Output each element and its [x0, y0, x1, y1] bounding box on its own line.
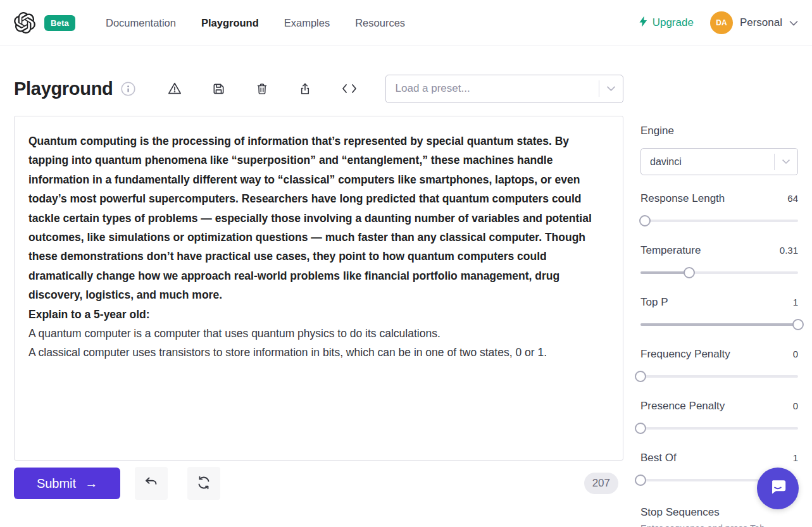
nav-examples[interactable]: Examples: [284, 17, 330, 29]
submit-button[interactable]: Submit →: [14, 468, 120, 499]
openai-logo-icon[interactable]: [14, 12, 35, 34]
arrow-right-icon: →: [85, 476, 97, 491]
prompt-editor[interactable]: Quantum computing is the processing of i…: [14, 116, 623, 461]
playground-toolbar: Playground: [14, 71, 623, 106]
chat-widget-button[interactable]: [757, 468, 799, 509]
share-icon[interactable]: [297, 80, 313, 97]
chevron-down-icon: [789, 17, 798, 28]
preset-select[interactable]: Load a preset...: [385, 75, 623, 103]
account-menu[interactable]: DA Personal: [710, 11, 798, 34]
nav-documentation[interactable]: Documentation: [106, 17, 176, 29]
slider-handle[interactable]: [684, 267, 695, 278]
nav-playground[interactable]: Playground: [201, 17, 259, 29]
beta-badge: Beta: [44, 15, 75, 31]
prompt-text: Quantum computing is the processing of i…: [28, 135, 595, 321]
token-count-badge: 207: [584, 473, 618, 494]
regenerate-button[interactable]: [187, 467, 220, 500]
undo-icon: [144, 476, 159, 492]
code-icon[interactable]: [340, 81, 359, 96]
top-navbar: Beta Documentation Playground Examples R…: [0, 0, 812, 46]
main-nav: Documentation Playground Examples Resour…: [106, 17, 405, 29]
slider-handle[interactable]: [639, 215, 651, 226]
param-top-p: Top P 1: [640, 296, 798, 331]
frequency-penalty-slider[interactable]: [640, 370, 798, 383]
chevron-down-icon: [775, 159, 797, 164]
stop-sequences-input[interactable]: Enter sequence and press Tab: [640, 523, 798, 527]
engine-label: Engine: [640, 125, 798, 137]
engine-value: davinci: [650, 156, 774, 168]
param-response-length: Response Length 64: [640, 192, 798, 227]
slider-handle[interactable]: [635, 423, 646, 434]
chevron-down-icon: [599, 85, 623, 92]
upgrade-button[interactable]: Upgrade: [639, 16, 694, 30]
slider-handle[interactable]: [635, 474, 646, 486]
param-presence-penalty: Presence Penalty 0: [640, 400, 798, 435]
presence-penalty-slider[interactable]: [640, 422, 798, 435]
stop-sequences-section: Stop Sequences Enter sequence and press …: [640, 506, 798, 527]
undo-button[interactable]: [135, 467, 168, 500]
slider-handle[interactable]: [792, 319, 804, 330]
param-temperature: Temperature 0.31: [640, 244, 798, 279]
page-title: Playground: [14, 78, 113, 99]
engine-select[interactable]: davinci: [640, 148, 798, 175]
nav-resources[interactable]: Resources: [355, 17, 405, 29]
preset-placeholder: Load a preset...: [396, 82, 599, 95]
top-p-slider[interactable]: [640, 318, 798, 331]
warning-icon[interactable]: [166, 80, 184, 97]
bolt-icon: [639, 16, 648, 30]
save-icon[interactable]: [210, 80, 227, 97]
param-frequency-penalty: Frequency Penalty 0: [640, 348, 798, 383]
refresh-icon: [196, 475, 211, 492]
completion-text: A quantum computer is a computer that us…: [28, 327, 547, 359]
trash-icon[interactable]: [254, 80, 270, 97]
editor-actions: Submit → 207: [14, 467, 623, 500]
avatar: DA: [710, 11, 733, 34]
temperature-slider[interactable]: [640, 266, 798, 279]
chat-bubble-icon: [768, 478, 787, 499]
slider-handle[interactable]: [635, 371, 646, 382]
account-name: Personal: [740, 16, 782, 29]
settings-sidebar: Engine davinci Response Length 64 Temper…: [640, 116, 798, 527]
info-icon[interactable]: [121, 82, 135, 96]
response-length-slider[interactable]: [640, 214, 798, 227]
